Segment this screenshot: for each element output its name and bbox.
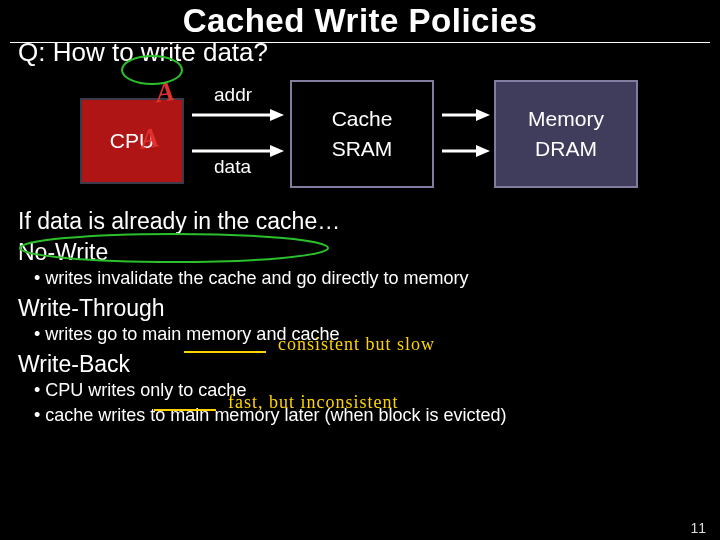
arrow-data: [190, 144, 286, 158]
question-line: Q: How to write data?: [0, 37, 720, 72]
writeback-bullet-2: cache writes to main memory later (when …: [0, 403, 720, 428]
policy-nowrite: No-Write: [0, 235, 720, 266]
addr-label: addr: [214, 84, 252, 106]
cpu-block: CPU: [80, 98, 184, 184]
slide-title: Cached Write Policies: [0, 0, 720, 40]
memory-sub: DRAM: [535, 137, 597, 161]
block-diagram: CPU addr data Cache SRAM Memory DRAM AA: [0, 72, 720, 204]
memory-title: Memory: [528, 107, 604, 131]
svg-marker-1: [270, 109, 284, 121]
svg-marker-3: [270, 145, 284, 157]
cpu-label: CPU: [110, 129, 154, 153]
writethrough-bullet: writes go to main memory and cache: [0, 322, 720, 347]
memory-block: Memory DRAM: [494, 80, 638, 188]
page-number: 11: [690, 520, 706, 536]
nowrite-bullet: writes invalidate the cache and go direc…: [0, 266, 720, 291]
cache-block: Cache SRAM: [290, 80, 434, 188]
writeback-bullet-1: CPU writes only to cache: [0, 378, 720, 403]
policy-writethrough: Write-Through: [0, 291, 720, 322]
svg-marker-5: [476, 109, 490, 121]
arrow-addr: [190, 108, 286, 122]
policy-writeback: Write-Back: [0, 347, 720, 378]
cache-title: Cache: [332, 107, 393, 131]
data-label: data: [214, 156, 251, 178]
condition-line: If data is already in the cache…: [0, 204, 720, 235]
arrow-mem-2: [440, 144, 490, 158]
svg-marker-7: [476, 145, 490, 157]
arrow-mem-1: [440, 108, 490, 122]
cache-sub: SRAM: [332, 137, 393, 161]
